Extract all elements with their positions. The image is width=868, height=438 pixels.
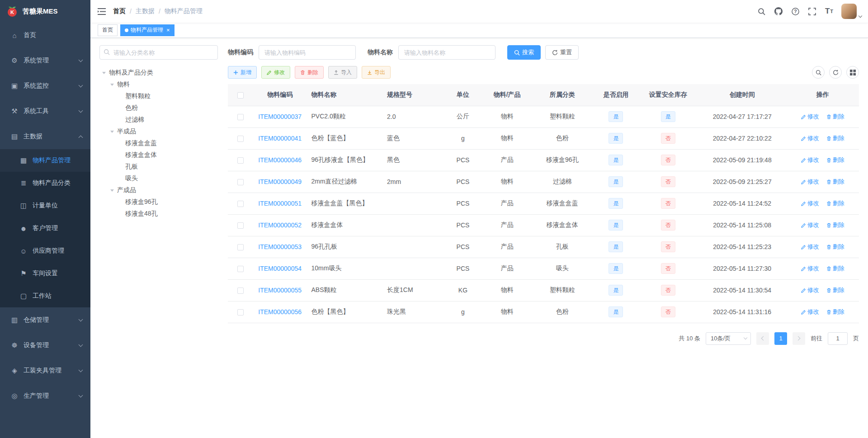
tree-node[interactable]: 移液盒96孔: [99, 196, 218, 208]
row-delete-button[interactable]: 删除: [826, 134, 844, 142]
item-code-link[interactable]: ITEM00000053: [258, 243, 302, 250]
item-code-link[interactable]: ITEM00000051: [258, 200, 302, 207]
sidebar-item-fixtures[interactable]: ◈工装夹具管理: [0, 358, 90, 383]
item-code-link[interactable]: ITEM00000049: [258, 178, 302, 185]
delete-button[interactable]: 删除: [295, 66, 324, 79]
tree-node[interactable]: 半成品: [99, 126, 218, 137]
row-checkbox[interactable]: [237, 157, 244, 164]
row-checkbox[interactable]: [237, 266, 244, 272]
item-code-link[interactable]: ITEM00000046: [258, 156, 302, 164]
row-edit-button[interactable]: 修改: [801, 156, 819, 164]
user-menu[interactable]: [841, 4, 862, 19]
tab-home[interactable]: 首页: [98, 24, 118, 36]
tree-node[interactable]: 过滤棉: [99, 114, 218, 126]
sidebar-subitem-material-product-mgmt[interactable]: ▦物料产品管理: [0, 149, 90, 172]
row-edit-button[interactable]: 修改: [801, 286, 819, 294]
sidebar-item-home[interactable]: ⌂首页: [0, 23, 90, 48]
row-edit-button[interactable]: 修改: [801, 308, 819, 316]
export-button[interactable]: 导出: [362, 66, 391, 79]
toggle-search-button[interactable]: [812, 66, 825, 79]
row-edit-button[interactable]: 修改: [801, 264, 819, 273]
app-logo[interactable]: K 苦糖果MES: [0, 0, 90, 23]
row-delete-button[interactable]: 删除: [826, 243, 844, 251]
fullscreen-icon[interactable]: [804, 0, 821, 23]
row-edit-button[interactable]: 修改: [801, 113, 819, 121]
sidebar-item-system-admin[interactable]: ⚙系统管理: [0, 48, 90, 73]
sidebar-subitem-material-product-category[interactable]: ≣物料产品分类: [0, 172, 90, 194]
sidebar-subitem-measure-unit[interactable]: ◫计量单位: [0, 194, 90, 217]
category-search-input[interactable]: [99, 45, 218, 60]
tab-material-product-mgmt[interactable]: 物料产品管理×: [120, 24, 175, 36]
import-button[interactable]: 导入: [328, 66, 357, 79]
row-checkbox[interactable]: [237, 287, 244, 294]
tab-close-icon[interactable]: ×: [166, 27, 170, 33]
row-edit-button[interactable]: 修改: [801, 199, 819, 207]
row-edit-button[interactable]: 修改: [801, 243, 819, 251]
tree-node[interactable]: 色粉: [99, 102, 218, 114]
tree-node[interactable]: 物料: [99, 79, 218, 90]
breadcrumb-item[interactable]: 首页: [113, 7, 126, 15]
tree-node[interactable]: 产成品: [99, 184, 218, 196]
row-checkbox[interactable]: [237, 179, 244, 185]
tree-node[interactable]: 孔板: [99, 161, 218, 173]
page-number-button[interactable]: 1: [774, 332, 787, 345]
item-code-link[interactable]: ITEM00000055: [258, 287, 302, 294]
row-delete-button[interactable]: 删除: [826, 199, 844, 207]
sidebar-subitem-customer-mgmt[interactable]: ☻客户管理: [0, 217, 90, 240]
edit-button[interactable]: 修改: [261, 66, 290, 79]
font-size-icon[interactable]: TT: [821, 0, 838, 23]
sidebar-item-master-data[interactable]: ▤主数据: [0, 124, 90, 149]
help-icon[interactable]: ?: [787, 0, 804, 23]
header-search-icon[interactable]: [753, 0, 770, 23]
item-code-link[interactable]: ITEM00000054: [258, 265, 302, 272]
material-name-input[interactable]: [398, 45, 495, 60]
row-delete-button[interactable]: 删除: [826, 308, 844, 316]
tree-node[interactable]: 移液盒48孔: [99, 208, 218, 220]
tree-node[interactable]: 物料及产品分类: [99, 67, 218, 79]
row-delete-button[interactable]: 删除: [826, 221, 844, 229]
refresh-button[interactable]: [829, 66, 842, 79]
breadcrumb-item[interactable]: 物料产品管理: [165, 7, 203, 15]
prev-page-button[interactable]: [756, 332, 769, 345]
sidebar-subitem-workshop-setting[interactable]: ⚑车间设置: [0, 262, 90, 285]
columns-button[interactable]: [846, 66, 859, 79]
sidebar-item-system-tools[interactable]: ⚒系统工具: [0, 99, 90, 124]
row-edit-button[interactable]: 修改: [801, 178, 819, 186]
sidebar-subitem-supplier-mgmt[interactable]: ☺供应商管理: [0, 240, 90, 262]
row-checkbox[interactable]: [237, 309, 244, 316]
row-checkbox[interactable]: [237, 114, 244, 120]
tree-node[interactable]: 移液盒盒体: [99, 149, 218, 161]
row-delete-button[interactable]: 删除: [826, 286, 844, 294]
sidebar-item-warehouse[interactable]: ▥仓储管理: [0, 307, 90, 333]
breadcrumb-item[interactable]: 主数据: [136, 7, 155, 15]
row-delete-button[interactable]: 删除: [826, 264, 844, 273]
sidebar-item-system-monitor[interactable]: ▣系统监控: [0, 73, 90, 99]
sidebar-item-equipment[interactable]: ☸设备管理: [0, 333, 90, 358]
row-edit-button[interactable]: 修改: [801, 221, 819, 229]
tree-node[interactable]: 移液盒盒盖: [99, 137, 218, 149]
row-delete-button[interactable]: 删除: [826, 178, 844, 186]
row-delete-button[interactable]: 删除: [826, 113, 844, 121]
row-checkbox[interactable]: [237, 136, 244, 142]
reset-button[interactable]: 重置: [545, 45, 579, 60]
select-all-checkbox[interactable]: [237, 92, 244, 99]
row-checkbox[interactable]: [237, 201, 244, 207]
row-checkbox[interactable]: [237, 222, 244, 229]
sidebar-toggle-button[interactable]: [90, 0, 113, 23]
tree-node[interactable]: 塑料颗粒: [99, 90, 218, 102]
row-edit-button[interactable]: 修改: [801, 134, 819, 142]
row-checkbox[interactable]: [237, 244, 244, 250]
next-page-button[interactable]: [793, 332, 805, 345]
item-code-link[interactable]: ITEM00000037: [258, 113, 302, 120]
goto-page-input[interactable]: [828, 332, 848, 345]
add-button[interactable]: 新增: [228, 66, 257, 79]
tree-node[interactable]: 吸头: [99, 173, 218, 184]
material-code-input[interactable]: [259, 45, 356, 60]
item-code-link[interactable]: ITEM00000056: [258, 308, 302, 316]
search-button[interactable]: 搜索: [507, 45, 541, 60]
item-code-link[interactable]: ITEM00000041: [258, 135, 302, 142]
page-size-select[interactable]: 10条/页: [706, 332, 751, 345]
item-code-link[interactable]: ITEM00000052: [258, 221, 302, 229]
github-icon[interactable]: [770, 0, 787, 23]
sidebar-item-production[interactable]: ◎生产管理: [0, 383, 90, 409]
